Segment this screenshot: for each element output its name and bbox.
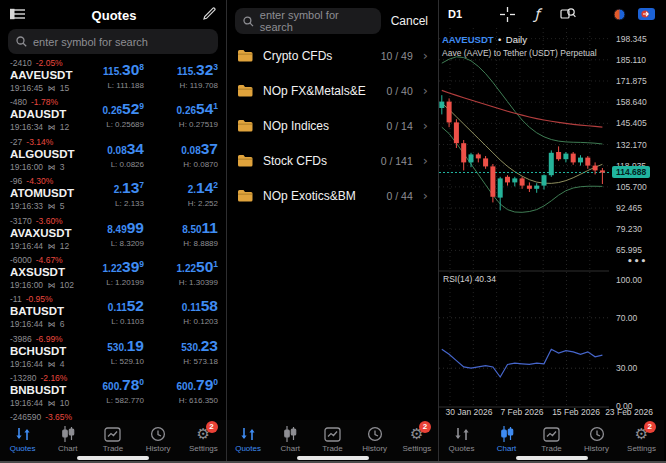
- price-tick: 185.110: [616, 55, 646, 65]
- half-circle-status-icon: [613, 8, 626, 21]
- ask-price: 530.23: [146, 335, 218, 356]
- quote-row[interactable]: -11-0.95%BATUSDT19:16:44 ⋈ 60.1152L: 0.1…: [0, 292, 226, 331]
- tab-history[interactable]: History: [136, 425, 181, 453]
- tab-settings[interactable]: ⚙Settings2: [181, 425, 226, 453]
- tab-chart[interactable]: Chart: [45, 425, 90, 453]
- bid-price: 0.26529: [52, 98, 144, 119]
- price-tick: 145.405: [616, 118, 647, 128]
- folder-icon: [237, 119, 253, 132]
- low-value: L: 0.0826: [52, 159, 144, 170]
- folder-icon: [237, 49, 253, 62]
- date-tick: 7 Feb 2026: [500, 407, 543, 417]
- tab-settings[interactable]: ⚙Settings2: [396, 425, 438, 453]
- date-tick: 30 Jan 2026: [446, 407, 493, 417]
- quote-row[interactable]: -3986-6.99%BCHUSDT19:16:44 ⋈ 4530.19L: 5…: [0, 332, 226, 371]
- bid-price: 530.19: [52, 335, 144, 356]
- quote-row[interactable]: -2410-2.05%AAVEUSDT19:16:45 ⋈ 15115.308L…: [0, 56, 226, 95]
- folder-icon: [237, 154, 253, 167]
- quotes-header: Quotes: [0, 0, 226, 26]
- quote-row[interactable]: -27-3.14%ALGOUSDT19:16:00 ⋈ 30.0834L: 0.…: [0, 135, 226, 174]
- folder-name: Crypto CFDs: [263, 49, 332, 63]
- quotes-list: -2410-2.05%AAVEUSDT19:16:45 ⋈ 15115.308L…: [0, 56, 226, 411]
- tab-quotes[interactable]: Quotes: [227, 425, 269, 453]
- crosshair-icon[interactable]: [500, 7, 515, 22]
- chart-tab-icon: [484, 425, 529, 443]
- tab-label: History: [354, 444, 396, 453]
- notification-badge: 2: [644, 421, 656, 433]
- quote-row[interactable]: -6000-4.67%AXSUSDT19:16:00 ⋈ 1021.22399L…: [0, 253, 226, 292]
- rsi-tick: 100.00: [616, 275, 642, 285]
- folder-count: 0 / 141: [381, 155, 413, 167]
- ask-price: 0.26541: [146, 98, 218, 119]
- tab-settings[interactable]: ⚙Settings2: [619, 425, 664, 453]
- menu-icon[interactable]: [10, 6, 25, 24]
- bid-price: 2.137: [52, 177, 144, 198]
- price-tick: 198.345: [616, 34, 647, 44]
- tab-quotes[interactable]: Quotes: [439, 425, 484, 453]
- symbol-folder-row[interactable]: NOp Indices0 / 14›: [227, 108, 438, 143]
- symbol-folder-row[interactable]: Crypto CFDs10 / 49›: [227, 38, 438, 73]
- tab-trade[interactable]: Trade: [529, 425, 574, 453]
- tab-chart[interactable]: Chart: [269, 425, 311, 453]
- home-indicator[interactable]: [297, 456, 369, 460]
- symbol-folder-row[interactable]: Stock CFDs0 / 141›: [227, 143, 438, 178]
- high-value: H: 0.0870: [146, 159, 218, 170]
- objects-icon[interactable]: [560, 7, 576, 21]
- trade-tab-icon: [311, 425, 353, 443]
- search-icon: [243, 16, 254, 27]
- home-indicator[interactable]: [516, 456, 588, 460]
- quote-row[interactable]: -3170-3.60%AVAXUSDT19:16:44 ⋈ 128.4999L:…: [0, 214, 226, 253]
- high-value: H: 0.1203: [146, 316, 218, 327]
- folder-name: NOp Exotics&BM: [263, 189, 356, 203]
- price-tick: 158.640: [616, 97, 647, 107]
- high-value: H: 616.350: [146, 395, 218, 406]
- chart-area[interactable]: AAVEUSDT • Daily Aave (AAVE) to Tether (…: [439, 28, 664, 420]
- timeframe-button[interactable]: D1: [448, 8, 462, 20]
- tab-history[interactable]: History: [574, 425, 619, 453]
- search-input[interactable]: enter symbol for search: [235, 8, 381, 34]
- indicators-icon[interactable]: ƒ: [535, 6, 540, 22]
- chart-period: Daily: [506, 34, 527, 45]
- quote-row[interactable]: -480-1.78%ADAUSDT19:16:34 ⋈ 120.26529L: …: [0, 95, 226, 134]
- settings-tab-icon: ⚙: [181, 425, 226, 443]
- tab-label: Chart: [484, 444, 529, 453]
- high-value: H: 1.30399: [146, 277, 218, 288]
- symbol-folder-row[interactable]: NOp FX&Metals&E0 / 40›: [227, 73, 438, 108]
- price-tick: 65.995: [616, 245, 642, 255]
- price-axis: 198.345185.110171.875158.640145.405132.1…: [609, 28, 664, 420]
- cancel-button[interactable]: Cancel: [391, 14, 428, 28]
- tab-trade[interactable]: Trade: [90, 425, 135, 453]
- page-title: Quotes: [25, 8, 203, 23]
- rsi-tick: 30.00: [616, 363, 637, 373]
- ask-price: 1.22501: [146, 256, 218, 277]
- tab-chart[interactable]: Chart: [484, 425, 529, 453]
- bid-price: 8.4999: [52, 217, 144, 238]
- search-input[interactable]: enter symbol for search: [8, 29, 218, 54]
- chevron-right-icon: ›: [423, 83, 428, 98]
- current-price-badge: 114.688: [612, 166, 650, 178]
- mt5-app: Quotes enter symbol for search -2410-2.0…: [0, 0, 666, 463]
- low-value: L: 2.133: [52, 198, 144, 209]
- tab-label: Trade: [529, 444, 574, 453]
- tab-label: Quotes: [0, 444, 45, 453]
- chart-screen: D1 ƒ AAVEUSDT • Daily: [439, 0, 664, 463]
- tab-quotes[interactable]: Quotes: [0, 425, 45, 453]
- home-indicator[interactable]: [77, 456, 149, 460]
- edit-pencil-icon[interactable]: [203, 6, 216, 24]
- bid-price: 600.780: [52, 374, 144, 395]
- symbol-description: Aave (AAVE) to Tether (USDT) Perpetual: [442, 48, 597, 58]
- quote-row[interactable]: -96-4.30%ATOMUSDT19:16:33 ⋈ 52.137L: 2.1…: [0, 174, 226, 213]
- price-tick: 132.170: [616, 140, 647, 150]
- symbol-folder-row[interactable]: NOp Exotics&BM0 / 44›: [227, 178, 438, 213]
- tab-label: History: [574, 444, 619, 453]
- tab-trade[interactable]: Trade: [311, 425, 353, 453]
- chart-tab-icon: [269, 425, 311, 443]
- subwindow-menu-dots[interactable]: •••: [627, 256, 647, 266]
- ask-price: 0.0837: [146, 138, 218, 159]
- tab-history[interactable]: History: [354, 425, 396, 453]
- tab-label: Trade: [311, 444, 353, 453]
- quote-row[interactable]: -13280-2.16%BNBUSDT19:16:44 ⋈ 10600.780L…: [0, 371, 226, 410]
- tab-label: History: [136, 444, 181, 453]
- search-placeholder: enter symbol for search: [33, 36, 148, 48]
- folder-count: 10 / 49: [381, 50, 413, 62]
